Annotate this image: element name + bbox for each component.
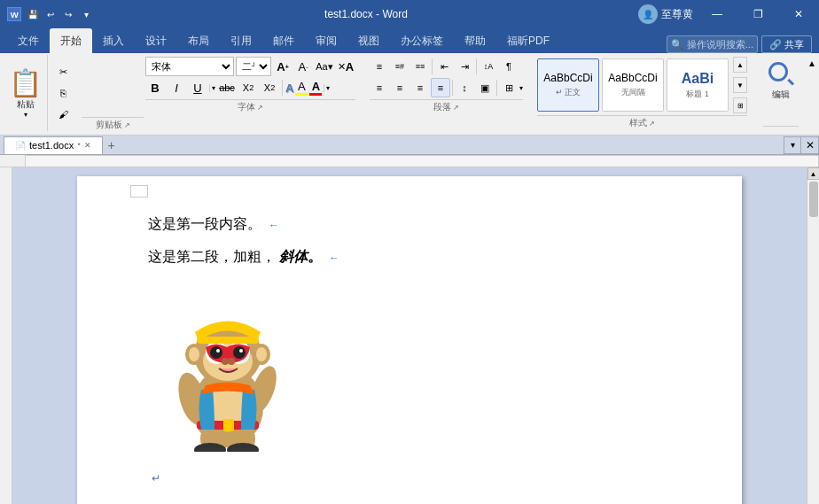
- ribbon-collapse-button[interactable]: ▲: [806, 57, 818, 69]
- sort-button[interactable]: ↕A: [479, 57, 498, 76]
- redo-button[interactable]: ↪: [60, 6, 76, 22]
- tab-home[interactable]: 开始: [50, 28, 92, 53]
- tab-references[interactable]: 引用: [220, 28, 262, 53]
- document-viewport[interactable]: 这是第一段内容。 ← 这是第二段，加粗， 斜体。 ←: [12, 167, 807, 504]
- font-expand-icon[interactable]: ↗: [257, 104, 263, 112]
- format-painter-button[interactable]: 🖌: [51, 105, 74, 124]
- paragraph-1: 这是第一段内容。 ←: [148, 212, 689, 237]
- scrollbar-track[interactable]: [807, 180, 819, 504]
- close-button[interactable]: ✕: [778, 0, 819, 28]
- divider-para-inner4: [496, 80, 497, 96]
- styles-scroll-up[interactable]: ▲: [733, 57, 747, 73]
- tab-review[interactable]: 审阅: [305, 28, 347, 53]
- styles-expand[interactable]: ⊞: [733, 97, 747, 113]
- shading-button[interactable]: ▣: [475, 78, 495, 97]
- grow-font-button[interactable]: A+: [273, 57, 292, 76]
- copy-button[interactable]: ⎘: [51, 83, 74, 103]
- ruler-scale: [25, 155, 819, 167]
- font-color-button[interactable]: A: [309, 80, 322, 96]
- highlight-color-button[interactable]: A: [295, 80, 308, 96]
- window-controls: — ❐ ✕: [697, 0, 819, 28]
- title-bar: W 💾 ↩ ↪ ▾ test1.docx - Word 👤 至尊黄 — ❐ ✕: [0, 0, 819, 28]
- scrollbar-thumb[interactable]: [809, 182, 818, 217]
- scroll-up-button[interactable]: ▲: [807, 167, 820, 180]
- tab-close-icon[interactable]: ✕: [84, 141, 91, 150]
- undo-button[interactable]: ↩: [43, 6, 58, 22]
- find-label: 编辑: [772, 89, 790, 101]
- tab-design[interactable]: 设计: [135, 28, 177, 53]
- styles-scroll-down[interactable]: ▼: [733, 77, 747, 93]
- document-image[interactable]: [148, 279, 308, 456]
- quick-access-dropdown[interactable]: ▾: [78, 6, 94, 22]
- share-button[interactable]: 🔗 共享: [761, 35, 812, 53]
- tab-office-tab[interactable]: 办公标签: [390, 28, 454, 53]
- vertical-scrollbar[interactable]: ▲ ▼: [807, 167, 819, 504]
- borders-dropdown[interactable]: ▾: [519, 84, 523, 92]
- underline-button[interactable]: U: [188, 78, 207, 97]
- paragraph-expand-icon[interactable]: ↗: [453, 104, 459, 112]
- cut-button[interactable]: ✂: [51, 62, 74, 81]
- styles-gallery: AaBbCcDi ↵ 正文 AaBbCcDi 无间隔 AaBi 标题 1 ▲ ▼…: [537, 57, 747, 113]
- font-row-2: B I U ▾ abc X2 X2 A A A: [145, 78, 355, 97]
- tab-scroll-button[interactable]: ▾: [784, 136, 801, 154]
- restore-button[interactable]: ❐: [737, 0, 778, 28]
- style-heading1[interactable]: AaBi 标题 1: [667, 58, 729, 112]
- para-row-2: ≡ ≡ ≡ ≡ ↕ ▣ ⊞ ▾: [370, 78, 523, 97]
- change-case-button[interactable]: Aa▾: [315, 57, 334, 76]
- bullets-button[interactable]: ≡: [370, 57, 389, 76]
- svg-point-15: [228, 358, 235, 365]
- align-left-button[interactable]: ≡: [370, 78, 389, 97]
- find-button[interactable]: 编辑: [763, 58, 799, 105]
- title-bar-left: W 💾 ↩ ↪ ▾: [7, 6, 94, 22]
- new-tab-button[interactable]: +: [103, 136, 121, 154]
- tab-file[interactable]: 文件: [7, 28, 50, 53]
- style-normal[interactable]: AaBbCcDi ↵ 正文: [537, 58, 599, 112]
- document-tab[interactable]: 📄 test1.docx * ✕: [4, 136, 103, 154]
- justify-button[interactable]: ≡: [431, 78, 450, 97]
- minimize-button[interactable]: —: [697, 0, 737, 28]
- font-color-dropdown[interactable]: ▾: [324, 84, 330, 92]
- shrink-font-button[interactable]: A-: [293, 57, 313, 76]
- tab-help[interactable]: 帮助: [454, 28, 496, 53]
- clipboard-mini-buttons: ✂ ⎘ 🖌: [47, 55, 78, 131]
- tab-bar-close-button[interactable]: ✕: [801, 136, 819, 154]
- style-no-spacing[interactable]: AaBbCcDi 无间隔: [602, 58, 664, 112]
- paste-button[interactable]: 📋 粘贴 ▾: [4, 55, 47, 131]
- show-marks-button[interactable]: ¶: [499, 57, 519, 76]
- style-heading1-preview: AaBi: [682, 70, 714, 87]
- para2-bold-italic: 斜体。: [279, 249, 322, 264]
- font-name-select[interactable]: 宋体: [145, 57, 234, 76]
- center-button[interactable]: ≡: [390, 78, 410, 97]
- line-spacing-button[interactable]: ↕: [455, 78, 474, 97]
- tab-view[interactable]: 视图: [347, 28, 390, 53]
- tab-foxitpdf[interactable]: 福昕PDF: [496, 28, 560, 53]
- save-button[interactable]: 💾: [25, 6, 41, 22]
- tab-modified-indicator: *: [77, 141, 81, 150]
- subscript-button[interactable]: X2: [238, 78, 258, 97]
- clipboard-expand-icon[interactable]: ↗: [124, 121, 130, 129]
- multilevel-list-button[interactable]: ≡≡: [410, 57, 430, 76]
- tab-mailings[interactable]: 邮件: [262, 28, 305, 53]
- text-effects-button[interactable]: A: [285, 81, 293, 95]
- clear-format-button[interactable]: ✕A: [336, 57, 355, 76]
- find-icon: [768, 62, 793, 87]
- strikethrough-button[interactable]: abc: [217, 78, 237, 97]
- paragraph-group-label: 段落 ↗: [370, 99, 523, 113]
- decrease-indent-button[interactable]: ⇤: [434, 57, 454, 76]
- user-avatar[interactable]: 👤: [638, 4, 658, 24]
- superscript-button[interactable]: X2: [260, 78, 279, 97]
- borders-button[interactable]: ⊞: [499, 78, 519, 97]
- svg-rect-3: [26, 155, 818, 167]
- numbering-button[interactable]: ≡#: [390, 57, 410, 76]
- font-size-select[interactable]: 二号: [236, 57, 271, 76]
- underline-dropdown[interactable]: ▾: [209, 84, 215, 92]
- tab-layout[interactable]: 布局: [177, 28, 220, 53]
- align-right-button[interactable]: ≡: [410, 78, 430, 97]
- increase-indent-button[interactable]: ⇥: [455, 57, 474, 76]
- para2-normal: 这是第二段，加粗，: [148, 249, 276, 264]
- tab-insert[interactable]: 插入: [92, 28, 135, 53]
- italic-button[interactable]: I: [167, 78, 186, 97]
- styles-expand-icon[interactable]: ↗: [649, 120, 655, 128]
- search-box[interactable]: 🔍 操作说明搜索...: [667, 35, 758, 53]
- bold-button[interactable]: B: [145, 78, 165, 97]
